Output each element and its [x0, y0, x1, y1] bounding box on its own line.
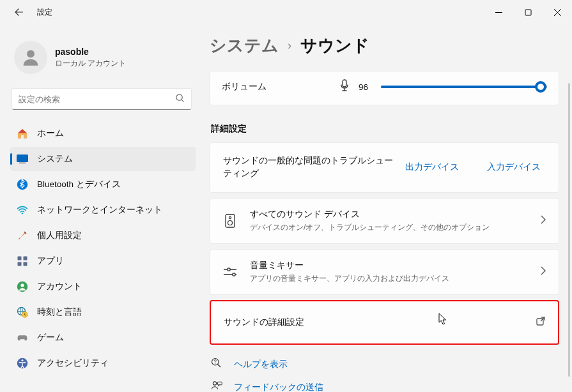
- wifi-icon: [17, 204, 28, 216]
- svg-point-26: [213, 381, 216, 384]
- chevron-right-icon: ›: [288, 39, 291, 52]
- svg-rect-10: [24, 262, 27, 266]
- home-icon: [17, 128, 28, 139]
- nav-system[interactable]: システム: [10, 147, 196, 171]
- row-title: 音量ミキサー: [250, 260, 528, 271]
- output-device-link[interactable]: 出力デバイス: [405, 162, 459, 173]
- help-icon: [211, 358, 224, 372]
- titlebar: 設定: [0, 0, 572, 24]
- nav-accessibility[interactable]: アクセシビリティ: [10, 351, 196, 375]
- help-label: ヘルプを表示: [234, 359, 288, 370]
- scrollbar[interactable]: [568, 83, 570, 377]
- nav-time-language[interactable]: 時刻と言語: [10, 300, 196, 324]
- account-icon: [17, 281, 28, 292]
- search-icon: [175, 93, 185, 105]
- svg-point-6: [22, 213, 23, 214]
- all-sound-devices-row[interactable]: すべてのサウンド デバイス デバイスのオン/オフ、トラブルシューティング、その他…: [210, 198, 559, 244]
- chevron-right-icon: [541, 215, 546, 227]
- person-icon: [20, 47, 42, 68]
- bluetooth-icon: [17, 179, 28, 190]
- svg-point-25: [215, 363, 215, 364]
- maximize-button[interactable]: [513, 0, 543, 24]
- nav-label: アクセシビリティ: [37, 358, 109, 369]
- back-button[interactable]: [12, 4, 27, 20]
- nav-personalization[interactable]: 個人用設定: [10, 223, 196, 248]
- svg-rect-17: [343, 80, 346, 87]
- mixer-icon: [223, 267, 237, 277]
- nav-label: アプリ: [37, 255, 64, 267]
- nav-label: Bluetooth とデバイス: [37, 179, 121, 190]
- svg-point-5: [17, 179, 28, 190]
- section-heading-advanced: 詳細設定: [211, 123, 559, 135]
- troubleshoot-text: サウンドの一般的な問題のトラブルシューティング: [223, 155, 396, 181]
- svg-rect-27: [218, 382, 222, 385]
- nav-label: アカウント: [37, 281, 82, 292]
- close-icon: [554, 9, 561, 16]
- nav-apps[interactable]: アプリ: [10, 249, 196, 273]
- nav-label: 時刻と言語: [37, 306, 82, 318]
- sidebar: pasoble ローカル アカウント ホーム システム Bluetooth とデ…: [0, 24, 198, 392]
- paintbrush-icon: [17, 230, 28, 241]
- row-subtitle: デバイスのオン/オフ、トラブルシューティング、その他のオプション: [250, 222, 528, 233]
- apps-icon: [17, 255, 28, 267]
- svg-rect-8: [24, 257, 27, 260]
- search-box[interactable]: [12, 88, 192, 110]
- svg-point-22: [233, 273, 235, 275]
- svg-point-16: [22, 359, 24, 361]
- volume-mixer-row[interactable]: 音量ミキサー アプリの音量ミキサー、アプリの入力および出力デバイス: [210, 249, 559, 295]
- external-link-icon: [536, 317, 545, 328]
- help-link[interactable]: ヘルプを表示: [211, 358, 559, 372]
- svg-point-12: [20, 283, 24, 287]
- nav-bluetooth[interactable]: Bluetooth とデバイス: [10, 172, 196, 197]
- svg-point-21: [228, 268, 230, 270]
- row-title: すべてのサウンド デバイス: [250, 209, 528, 220]
- svg-rect-7: [18, 257, 22, 260]
- arrow-left-icon: [14, 7, 24, 17]
- volume-card: ボリューム 96: [210, 71, 559, 105]
- volume-label: ボリューム: [222, 81, 330, 93]
- user-block[interactable]: pasoble ローカル アカウント: [10, 29, 196, 88]
- footer-links: ヘルプを表示 フィードバックの送信: [210, 358, 559, 393]
- breadcrumb-parent[interactable]: システム: [210, 34, 279, 57]
- nav-network[interactable]: ネットワークとインターネット: [10, 198, 196, 222]
- advanced-sound-settings-row[interactable]: サウンドの詳細設定: [210, 300, 559, 345]
- nav-label: 個人用設定: [37, 230, 82, 241]
- svg-point-1: [27, 50, 35, 57]
- chevron-right-icon: [541, 266, 546, 278]
- breadcrumb: システム › サウンド: [210, 34, 559, 57]
- nav-gaming[interactable]: ゲーム: [10, 326, 196, 350]
- feedback-link[interactable]: フィードバックの送信: [211, 381, 559, 393]
- svg-point-2: [176, 94, 182, 100]
- minimize-button[interactable]: [484, 0, 513, 24]
- nav-home[interactable]: ホーム: [10, 121, 196, 146]
- troubleshoot-card: サウンドの一般的な問題のトラブルシューティング 出力デバイス 入力デバイス: [210, 142, 559, 193]
- close-button[interactable]: [543, 0, 572, 24]
- svg-rect-9: [18, 262, 22, 266]
- search-input[interactable]: [19, 94, 175, 104]
- user-subtitle: ローカル アカウント: [55, 58, 126, 69]
- nav-label: ホーム: [37, 128, 64, 139]
- speaker-icon: [223, 214, 237, 228]
- svg-rect-4: [19, 163, 26, 164]
- user-name: pasoble: [55, 47, 126, 57]
- nav-label: システム: [37, 153, 73, 165]
- slider-thumb[interactable]: [535, 81, 546, 93]
- breadcrumb-current: サウンド: [300, 34, 369, 57]
- window-controls: [484, 0, 572, 24]
- feedback-label: フィードバックの送信: [234, 382, 323, 393]
- nav-accounts[interactable]: アカウント: [10, 275, 196, 299]
- main-content: システム › サウンド ボリューム 96 詳細設定 サウンドの一般的な問題のトラ…: [198, 24, 572, 392]
- maximize-icon: [525, 9, 532, 16]
- svg-rect-0: [525, 10, 531, 15]
- microphone-icon[interactable]: [339, 79, 350, 94]
- svg-point-20: [228, 220, 233, 225]
- gamepad-icon: [17, 332, 28, 343]
- system-icon: [17, 153, 28, 165]
- row-title: サウンドの詳細設定: [224, 317, 523, 328]
- volume-value: 96: [359, 82, 368, 92]
- input-device-link[interactable]: 入力デバイス: [487, 162, 541, 173]
- nav-list: ホーム システム Bluetooth とデバイス ネットワークとインターネット …: [10, 121, 196, 375]
- svg-point-19: [229, 216, 231, 218]
- volume-slider[interactable]: [381, 81, 547, 93]
- nav-label: ネットワークとインターネット: [37, 204, 162, 216]
